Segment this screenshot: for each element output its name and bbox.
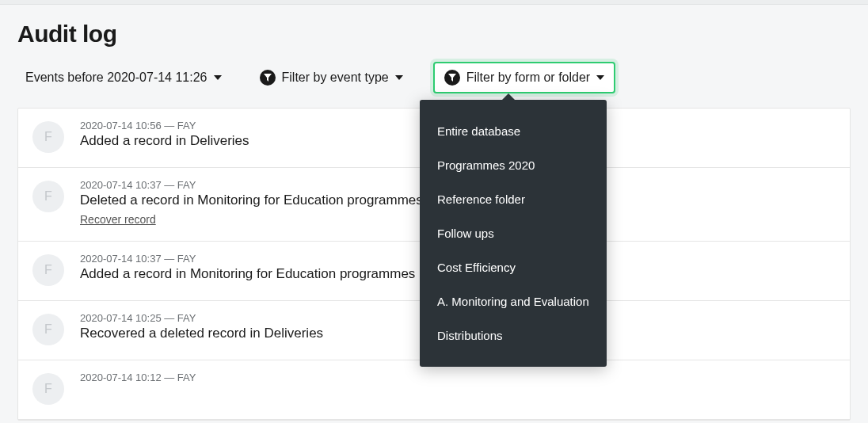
filter-icon bbox=[444, 70, 460, 86]
filter-date-button[interactable]: Events before 2020-07-14 11:26 bbox=[17, 66, 230, 90]
dropdown-item[interactable]: Reference folder bbox=[420, 182, 607, 216]
filter-form-folder-button[interactable]: Filter by form or folder bbox=[433, 62, 615, 93]
filter-event-type-button[interactable]: Filter by event type bbox=[252, 65, 411, 90]
dropdown-item[interactable]: Distributions bbox=[420, 318, 607, 352]
dropdown-item[interactable]: Follow ups bbox=[420, 216, 607, 250]
chevron-down-icon bbox=[214, 74, 222, 82]
recover-record-link[interactable]: Recover record bbox=[80, 213, 156, 226]
avatar: F bbox=[32, 373, 64, 405]
dropdown-item[interactable]: Cost Efficiency bbox=[420, 250, 607, 284]
avatar: F bbox=[32, 314, 64, 345]
dropdown-item[interactable]: Programmes 2020 bbox=[420, 148, 607, 182]
chevron-down-icon bbox=[596, 74, 604, 82]
filter-date-label: Events before 2020-07-14 11:26 bbox=[25, 70, 207, 85]
dropdown-item[interactable]: A. Monitoring and Evaluation bbox=[420, 284, 607, 318]
filter-form-folder-label: Filter by form or folder bbox=[466, 70, 590, 85]
avatar: F bbox=[32, 121, 64, 153]
filter-event-type-label: Filter by event type bbox=[282, 70, 389, 85]
form-folder-dropdown: Entire database Programmes 2020 Referenc… bbox=[420, 100, 607, 367]
filter-icon bbox=[260, 70, 276, 86]
chevron-down-icon bbox=[395, 74, 403, 82]
avatar: F bbox=[32, 254, 64, 286]
log-meta: 2020-07-14 10:12 — FAY bbox=[80, 372, 836, 383]
dropdown-item[interactable]: Entire database bbox=[420, 114, 607, 148]
avatar: F bbox=[32, 181, 64, 212]
log-row[interactable]: F 2020-07-14 10:12 — FAY bbox=[18, 360, 850, 420]
page-title: Audit log bbox=[17, 21, 851, 48]
filter-bar: Events before 2020-07-14 11:26 Filter by… bbox=[17, 62, 851, 93]
